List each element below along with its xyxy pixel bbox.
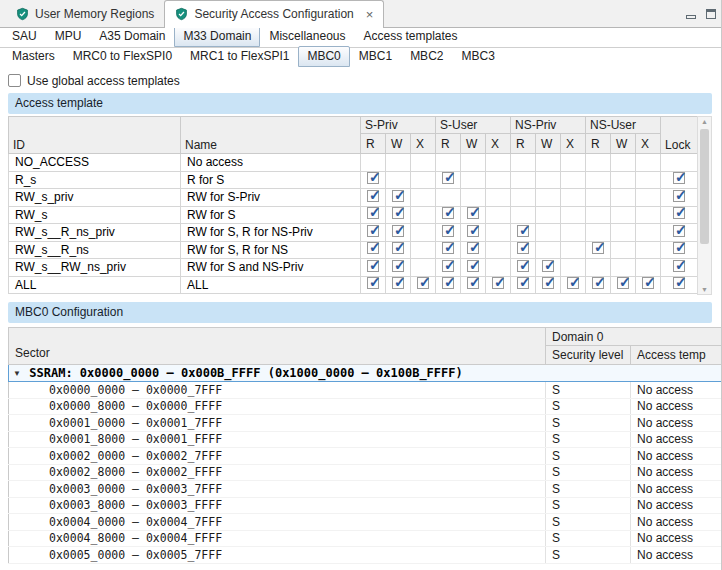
template-name[interactable]: RW for S and NS-Priv (181, 259, 361, 277)
check-cell-ns-user-r[interactable] (586, 259, 611, 277)
lock-cell[interactable] (661, 206, 698, 224)
check-cell-ns-priv-w[interactable] (536, 206, 561, 224)
check-cell-s-user-r[interactable] (436, 171, 461, 189)
check-cell-s-user-w[interactable] (461, 224, 486, 242)
check-cell-s-priv-x[interactable] (411, 154, 436, 172)
template-id[interactable]: ALL (9, 276, 181, 294)
check-cell-ns-priv-w[interactable] (536, 224, 561, 242)
checkbox-checked-icon[interactable] (442, 207, 454, 219)
checkbox-checked-icon[interactable] (673, 242, 685, 254)
check-cell-s-user-w[interactable] (461, 206, 486, 224)
check-cell-s-user-x[interactable] (486, 189, 511, 207)
template-name[interactable]: R for S (181, 171, 361, 189)
scroll-up-icon[interactable]: ▲ (698, 118, 711, 125)
check-cell-ns-priv-x[interactable] (561, 206, 586, 224)
checkbox-checked-icon[interactable] (442, 225, 454, 237)
check-cell-ns-priv-w[interactable] (536, 276, 561, 294)
security-level-cell[interactable]: S (546, 514, 631, 531)
lock-cell[interactable] (661, 241, 698, 259)
template-name[interactable]: RW for S, R for NS (181, 241, 361, 259)
check-cell-ns-user-w[interactable] (611, 259, 636, 277)
checkbox-checked-icon[interactable] (467, 242, 479, 254)
check-cell-s-priv-w[interactable] (386, 154, 411, 172)
checkbox-checked-icon[interactable] (467, 260, 479, 272)
tree-expander-icon[interactable]: ▼ (13, 369, 21, 378)
check-cell-s-user-x[interactable] (486, 276, 511, 294)
check-cell-ns-user-w[interactable] (611, 189, 636, 207)
template-id[interactable]: RW_s__R_ns_priv (9, 224, 181, 242)
sector-group-row-ssram[interactable]: ▼ SSRAM: 0x0000_0000 – 0x000B_FFFF (0x10… (9, 365, 722, 382)
check-cell-ns-user-x[interactable] (636, 276, 661, 294)
checkbox-checked-icon[interactable] (542, 260, 554, 272)
checkbox-checked-icon[interactable] (367, 207, 379, 219)
check-cell-s-user-x[interactable] (486, 259, 511, 277)
tab-mbc2[interactable]: MBC2 (401, 46, 452, 67)
check-cell-s-priv-w[interactable] (386, 276, 411, 294)
tab-miscellaneous[interactable]: Miscellaneous (260, 26, 354, 47)
check-cell-ns-priv-r[interactable] (511, 259, 536, 277)
tab-masters[interactable]: Masters (3, 46, 64, 67)
security-level-cell[interactable]: S (546, 398, 631, 415)
check-cell-s-user-r[interactable] (436, 259, 461, 277)
check-cell-s-user-x[interactable] (486, 241, 511, 259)
tab-access-templates[interactable]: Access templates (354, 26, 466, 47)
lock-cell[interactable] (661, 276, 698, 294)
check-cell-ns-user-w[interactable] (611, 241, 636, 259)
checkbox-checked-icon[interactable] (367, 190, 379, 202)
checkbox-checked-icon[interactable] (492, 277, 504, 289)
security-level-cell[interactable]: S (546, 431, 631, 448)
template-id[interactable]: RW_s__R_ns (9, 241, 181, 259)
checkbox-checked-icon[interactable] (567, 277, 579, 289)
tab-user-memory-regions[interactable]: User Memory Regions (6, 0, 164, 27)
checkbox-checked-icon[interactable] (392, 225, 404, 237)
security-level-cell[interactable]: S (546, 448, 631, 465)
check-cell-ns-priv-r[interactable] (511, 224, 536, 242)
lock-cell[interactable] (661, 224, 698, 242)
checkbox-checked-icon[interactable] (673, 260, 685, 272)
check-cell-s-priv-r[interactable] (361, 189, 386, 207)
check-cell-ns-user-r[interactable] (586, 224, 611, 242)
template-name[interactable]: RW for S (181, 206, 361, 224)
checkbox-checked-icon[interactable] (392, 207, 404, 219)
tab-a35-domain[interactable]: A35 Domain (90, 26, 174, 47)
check-cell-ns-user-x[interactable] (636, 171, 661, 189)
check-cell-s-priv-x[interactable] (411, 276, 436, 294)
access-template-cell[interactable]: No access (631, 514, 722, 531)
template-name[interactable]: No access (181, 154, 361, 172)
check-cell-s-priv-x[interactable] (411, 206, 436, 224)
checkbox-checked-icon[interactable] (673, 190, 685, 202)
check-cell-s-priv-x[interactable] (411, 241, 436, 259)
check-cell-ns-user-w[interactable] (611, 276, 636, 294)
checkbox-checked-icon[interactable] (367, 242, 379, 254)
check-cell-s-user-r[interactable] (436, 189, 461, 207)
checkbox-checked-icon[interactable] (592, 242, 604, 254)
security-level-cell[interactable]: S (546, 547, 631, 564)
checkbox-checked-icon[interactable] (673, 225, 685, 237)
checkbox-checked-icon[interactable] (617, 277, 629, 289)
check-cell-s-user-w[interactable] (461, 154, 486, 172)
check-cell-ns-priv-w[interactable] (536, 171, 561, 189)
access-template-cell[interactable]: No access (631, 448, 722, 465)
check-cell-s-user-w[interactable] (461, 189, 486, 207)
check-cell-ns-priv-r[interactable] (511, 189, 536, 207)
checkbox-checked-icon[interactable] (467, 225, 479, 237)
access-template-cell[interactable]: No access (631, 464, 722, 481)
check-cell-ns-user-w[interactable] (611, 154, 636, 172)
check-cell-ns-user-x[interactable] (636, 189, 661, 207)
checkbox-checked-icon[interactable] (392, 260, 404, 272)
check-cell-s-user-x[interactable] (486, 171, 511, 189)
check-cell-ns-priv-r[interactable] (511, 276, 536, 294)
check-cell-s-user-w[interactable] (461, 241, 486, 259)
tab-mbc3[interactable]: MBC3 (452, 46, 503, 67)
checkbox-checked-icon[interactable] (367, 277, 379, 289)
use-global-templates-checkbox[interactable] (8, 74, 21, 87)
check-cell-s-user-r[interactable] (436, 241, 461, 259)
checkbox-checked-icon[interactable] (392, 190, 404, 202)
checkbox-checked-icon[interactable] (442, 277, 454, 289)
check-cell-ns-priv-r[interactable] (511, 171, 536, 189)
tab-mbc0[interactable]: MBC0 (298, 46, 349, 67)
check-cell-s-priv-r[interactable] (361, 276, 386, 294)
checkbox-checked-icon[interactable] (673, 207, 685, 219)
check-cell-ns-priv-x[interactable] (561, 154, 586, 172)
checkbox-checked-icon[interactable] (673, 277, 685, 289)
